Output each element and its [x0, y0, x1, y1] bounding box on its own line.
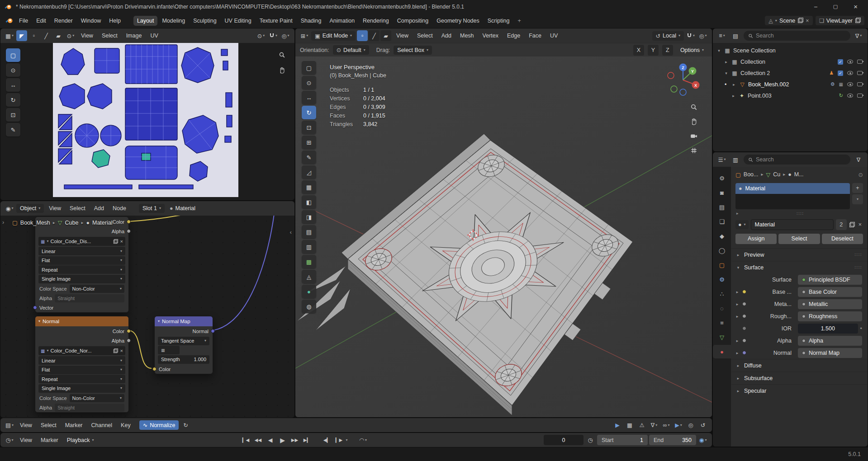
hide-eye-icon[interactable]: [847, 82, 853, 86]
image-datablock-row[interactable]: ▦▾ Color_Code_Dis... ×: [38, 237, 125, 246]
pin-icon[interactable]: ⊙: [859, 171, 863, 178]
shader-menu-view[interactable]: View: [45, 203, 65, 213]
space-dropdown[interactable]: Tangent Space▾: [158, 337, 209, 345]
ds-menu-channel[interactable]: Channel: [88, 420, 116, 430]
viewlayer-selector[interactable]: ❏ ViewLayer: [816, 16, 864, 25]
tool-transform[interactable]: ⊞: [302, 136, 316, 149]
uv-menu-image[interactable]: Image: [123, 31, 146, 41]
uv-tool-cursor[interactable]: ⊙: [6, 63, 20, 77]
extension-dropdown[interactable]: Repeat▾: [38, 375, 125, 383]
material-slot-dropdown[interactable]: Slot 1▾: [139, 204, 165, 213]
ds-menu-key[interactable]: Key: [117, 420, 134, 430]
source-dropdown[interactable]: Single Image▾: [38, 275, 125, 283]
pan-hand-icon[interactable]: [690, 118, 697, 125]
normalize-toggle[interactable]: ∿Normalize: [139, 420, 179, 430]
node-image-texture-displacement[interactable]: Color Alpha ▦▾ Color_Code_Dis... × Linea…: [35, 216, 129, 313]
vp-menu-view[interactable]: View: [393, 31, 412, 41]
copy-viewlayer-icon[interactable]: [855, 18, 861, 24]
jump-next-keyframe-button[interactable]: ▶▶: [289, 435, 300, 446]
render-camera-icon[interactable]: [857, 94, 863, 98]
material-slot-row[interactable]: ● Material: [735, 183, 850, 194]
tool-cursor[interactable]: ⊙: [302, 76, 316, 89]
alpha-mode-dropdown[interactable]: Straight: [55, 294, 124, 302]
hide-eye-icon[interactable]: [847, 94, 853, 98]
uv-tool-move[interactable]: ↔: [6, 78, 20, 92]
outliner-row-collection[interactable]: ▸▦ Collection ✓: [713, 56, 868, 67]
vertex-mode-button[interactable]: ▫: [357, 30, 368, 41]
edge-mode-button[interactable]: ╱: [369, 30, 379, 41]
shader-menu-select[interactable]: Select: [66, 203, 89, 213]
filter-icon[interactable]: ∇▾: [853, 30, 864, 41]
surface-shader-button[interactable]: Principled BSDF: [798, 275, 862, 285]
projection-dropdown[interactable]: Flat▾: [38, 256, 125, 265]
specular-panel-header[interactable]: ▸Specular: [731, 384, 868, 397]
unlink-image-icon[interactable]: ×: [120, 239, 123, 244]
mirror-y-button[interactable]: Y: [648, 45, 659, 56]
mirror-z-button[interactable]: Z: [662, 45, 673, 56]
editor-type-icon[interactable]: ◷▾: [4, 435, 15, 446]
frame-end-field[interactable]: End350: [649, 435, 696, 445]
socket-color-out[interactable]: [127, 329, 131, 333]
uv-tool-rotate[interactable]: ↻: [6, 93, 20, 107]
metallic-link-button[interactable]: Metallic: [798, 299, 862, 309]
tool-bevel[interactable]: ▤: [302, 225, 316, 239]
uv-tool-tweak[interactable]: ▢: [6, 48, 20, 62]
link-icon[interactable]: ∞▾: [661, 420, 672, 431]
strength-slider[interactable]: Strength1.000: [158, 355, 209, 364]
copy-scene-icon[interactable]: [797, 18, 803, 24]
color-space-dropdown[interactable]: Non-Color▾: [70, 285, 124, 293]
node-image-texture-normal[interactable]: ▾Normal Color Alpha ▦▾ Color_Code_Nor...…: [35, 316, 129, 413]
tab-view-layer[interactable]: ❏: [713, 215, 731, 228]
normalize-refresh-icon[interactable]: ↻: [180, 420, 191, 431]
shader-canvas[interactable]: Color Alpha ▦▾ Color_Code_Dis... × Linea…: [0, 216, 294, 417]
uv-select-vertex-icon[interactable]: ▫: [28, 30, 39, 41]
tool-inset[interactable]: ◨: [302, 210, 316, 224]
tl-menu-marker[interactable]: Marker: [37, 435, 62, 445]
select-button[interactable]: Select: [778, 234, 820, 244]
uv-canvas[interactable]: ▢ ⊙ ↔ ↻ ⊡ ✎: [0, 43, 294, 200]
ortho-grid-icon[interactable]: [690, 147, 697, 154]
render-camera-icon[interactable]: [857, 82, 863, 86]
proportional-icon[interactable]: ◎: [685, 420, 696, 431]
tab-geometry-nodes[interactable]: Geometry Nodes: [433, 16, 483, 26]
uv-tool-annotate[interactable]: ✎: [6, 123, 20, 136]
vp-menu-select[interactable]: Select: [413, 31, 436, 41]
maximize-button[interactable]: ▢: [827, 4, 844, 9]
uv-sticky-mode-icon[interactable]: ⊙▾: [65, 30, 76, 41]
close-button[interactable]: ×: [848, 3, 863, 10]
orientation-dropdown[interactable]: ⊙Default▾: [333, 45, 369, 55]
drag-dropdown[interactable]: Select Box▾: [394, 46, 432, 55]
tab-constraints[interactable]: ≡: [713, 316, 731, 329]
slot-specials-icon[interactable]: ▾: [852, 194, 863, 204]
display-mode-icon[interactable]: ▤: [730, 30, 741, 41]
menu-help[interactable]: Help: [105, 16, 124, 26]
uvmap-field[interactable]: ▦: [158, 346, 180, 354]
image-datablock-row[interactable]: ▦▾ Color_Code_Nor... ×: [38, 346, 125, 355]
collection-checkbox[interactable]: ✓: [838, 71, 843, 76]
uv-pan-hand-icon[interactable]: [276, 65, 287, 75]
tool-select-box[interactable]: ▢: [302, 61, 316, 75]
tool-poly-build[interactable]: ◬: [302, 270, 316, 283]
play-reverse-button[interactable]: ◀: [265, 435, 276, 446]
uv-pivot-icon[interactable]: ⊙▾: [256, 30, 266, 41]
hide-eye-icon[interactable]: [847, 71, 853, 75]
minimize-button[interactable]: –: [808, 4, 823, 10]
tool-move[interactable]: ↔: [302, 91, 316, 104]
use-preview-clock-icon[interactable]: ◷: [585, 435, 596, 446]
menu-file[interactable]: File: [15, 16, 32, 26]
mirror-x-button[interactable]: X: [633, 45, 644, 56]
copy-image-icon[interactable]: [113, 239, 118, 244]
socket-color-out[interactable]: [127, 220, 131, 224]
properties-search[interactable]: Search: [744, 155, 850, 165]
projection-dropdown[interactable]: Flat▾: [38, 366, 125, 374]
uv-select-edge-icon[interactable]: ╱: [41, 30, 52, 41]
surface-panel-header[interactable]: ▾Surface∷∷: [731, 261, 868, 273]
add-slot-button[interactable]: +: [852, 183, 863, 193]
face-mode-button[interactable]: ▰: [380, 30, 391, 41]
hide-eye-icon[interactable]: [847, 60, 853, 64]
zoom-icon[interactable]: [690, 103, 697, 111]
shader-type-dropdown[interactable]: Object▾: [16, 204, 44, 213]
socket-color-in[interactable]: [152, 367, 157, 371]
outliner-row-book-mesh[interactable]: • ▸▽ Book_Mesh.002 ⚙▦: [713, 79, 868, 90]
unlink-material-icon[interactable]: ×: [857, 221, 863, 228]
